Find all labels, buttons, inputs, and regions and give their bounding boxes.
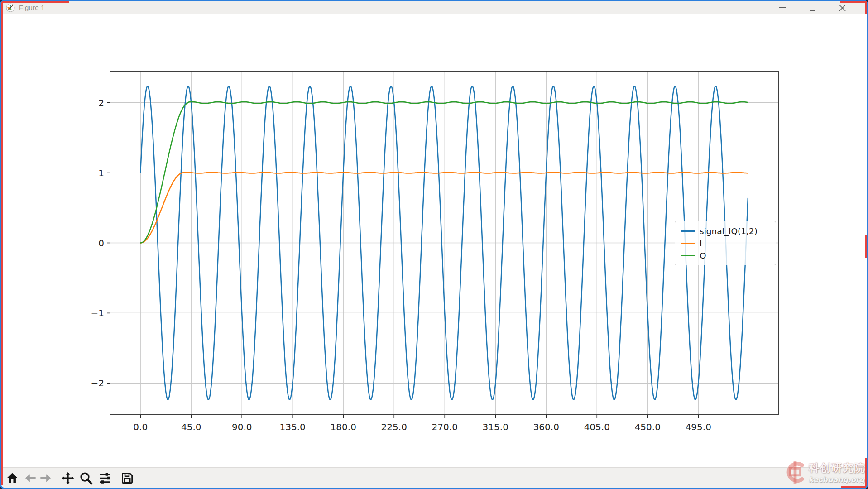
zoom-button[interactable]	[78, 470, 94, 487]
x-tick-label: 90.0	[232, 422, 252, 432]
magnifier-icon	[79, 471, 93, 485]
back-button[interactable]	[23, 470, 38, 487]
home-button[interactable]	[5, 470, 20, 487]
legend-label: signal_IQ(1,2)	[700, 226, 758, 236]
toolbar-separator	[116, 471, 116, 485]
legend-line-swatch	[681, 255, 695, 256]
close-button[interactable]	[827, 1, 857, 14]
minimize-button[interactable]	[767, 1, 797, 14]
close-icon	[839, 4, 846, 12]
toolbar-separator	[57, 471, 57, 485]
figure-window: Figure 1 0.045.090.0135.0180.0225.0270.0…	[1, 1, 867, 488]
series-line-I	[140, 173, 748, 243]
maximize-button[interactable]	[797, 1, 827, 14]
y-tick-label: 0	[98, 238, 104, 249]
save-button[interactable]	[120, 470, 135, 487]
x-tick-label: 180.0	[331, 422, 356, 432]
x-tick-label: 225.0	[381, 422, 407, 432]
legend-label: Q	[700, 251, 706, 260]
maximize-icon	[810, 5, 815, 11]
forward-button[interactable]	[38, 470, 53, 487]
pan-button[interactable]	[60, 470, 76, 487]
pan-icon	[61, 471, 75, 485]
back-arrow-icon	[24, 472, 37, 484]
y-tick-label: 2	[98, 97, 104, 108]
legend: signal_IQ(1,2) I Q	[675, 221, 776, 265]
figure-canvas: 0.045.090.0135.0180.0225.0270.0315.0360.…	[1, 14, 867, 467]
window-controls	[767, 1, 857, 14]
navigation-toolbar	[1, 467, 867, 488]
x-tick-label: 405.0	[584, 422, 610, 432]
titlebar[interactable]: Figure 1	[1, 1, 867, 14]
x-tick-label: 0.0	[133, 422, 148, 432]
legend-label: I	[700, 239, 702, 248]
x-tick-label: 360.0	[533, 422, 559, 432]
sliders-icon	[98, 471, 112, 485]
x-tick-label: 495.0	[686, 422, 711, 432]
legend-entry: I	[681, 237, 776, 249]
save-floppy-icon	[120, 471, 134, 485]
x-tick-label: 45.0	[181, 422, 201, 432]
y-tick-label: 1	[98, 168, 104, 178]
configure-subplots-button[interactable]	[97, 470, 113, 487]
legend-line-swatch	[681, 230, 695, 232]
x-tick-label: 315.0	[483, 422, 508, 432]
minimize-icon	[779, 7, 786, 8]
forward-arrow-icon	[39, 472, 52, 484]
window-title: Figure 1	[19, 4, 45, 11]
x-tick-label: 270.0	[432, 422, 458, 432]
y-tick-label: −2	[91, 378, 104, 388]
legend-line-swatch	[681, 243, 695, 244]
x-tick-label: 135.0	[280, 422, 306, 432]
matplotlib-logo-icon	[6, 3, 15, 12]
legend-entry: signal_IQ(1,2)	[681, 225, 776, 237]
home-icon	[6, 472, 19, 484]
legend-entry: Q	[681, 249, 776, 262]
y-tick-label: −1	[91, 307, 104, 318]
x-tick-label: 450.0	[635, 422, 661, 432]
